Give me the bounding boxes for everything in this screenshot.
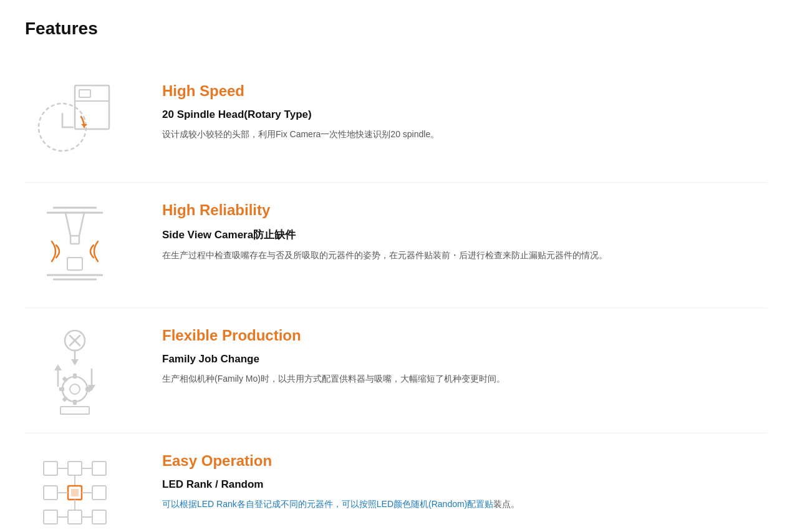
- feature-subtitle-high-speed: 20 Spindle Head(Rotary Type): [162, 109, 767, 121]
- svg-rect-48: [92, 510, 106, 524]
- svg-marker-10: [65, 213, 84, 236]
- feature-subtitle-flexible-production: Family Job Change: [162, 353, 767, 365]
- feature-desc-flexible-production: 生产相似机种(Family Mo)时，以共用方式配置供料器与吸嘴，大幅缩短了机种…: [162, 372, 767, 387]
- feature-title-easy-operation: Easy Operation: [162, 452, 767, 470]
- feature-desc-high-speed: 设计成较小较轻的头部，利用Fix Camera一次性地快速识别20 spindl…: [162, 127, 767, 142]
- svg-rect-39: [92, 462, 106, 475]
- svg-rect-0: [75, 85, 109, 129]
- svg-rect-47: [68, 510, 82, 524]
- feature-item-high-reliability: High Reliability Side View Camera防止缺件 在生…: [25, 183, 767, 308]
- svg-rect-29: [73, 400, 77, 405]
- svg-rect-35: [62, 396, 68, 402]
- svg-rect-44: [71, 489, 79, 496]
- feature-title-high-speed: High Speed: [162, 82, 767, 100]
- feature-subtitle-high-reliability: Side View Camera防止缺件: [162, 228, 767, 242]
- feature-title-flexible-production: Flexible Production: [162, 327, 767, 344]
- feature-content-high-speed: High Speed 20 Spindle Head(Rotary Type) …: [162, 82, 767, 142]
- svg-rect-28: [73, 374, 77, 379]
- svg-rect-46: [44, 510, 57, 524]
- feature-content-high-reliability: High Reliability Side View Camera防止缺件 在生…: [162, 201, 767, 263]
- feature-item-easy-operation: Easy Operation LED Rank / Random 可以根据LED…: [25, 433, 767, 532]
- svg-marker-23: [54, 364, 62, 370]
- feature-desc-high-reliability: 在生产过程中检查吸嘴存在与否及所吸取的元器件的姿势，在元器件贴装前・后进行检查来…: [162, 248, 767, 263]
- svg-rect-34: [62, 376, 68, 382]
- reliability-icon: [25, 201, 125, 289]
- svg-rect-14: [67, 258, 82, 270]
- features-list: High Speed 20 Spindle Head(Rotary Type) …: [25, 64, 767, 532]
- feature-desc-easy-operation: 可以根据LED Rank各自登记成不同的元器件，可以按照LED颜色随机(Rand…: [162, 497, 767, 512]
- svg-marker-21: [71, 359, 79, 365]
- page-title: Features: [25, 19, 767, 39]
- feature-content-easy-operation: Easy Operation LED Rank / Random 可以根据LED…: [162, 452, 767, 512]
- svg-rect-37: [44, 462, 57, 475]
- svg-rect-1: [79, 90, 90, 97]
- svg-rect-53: [44, 486, 57, 500]
- svg-rect-36: [60, 407, 89, 414]
- svg-rect-31: [59, 387, 64, 391]
- flexible-icon: [25, 327, 125, 414]
- svg-point-27: [70, 384, 80, 394]
- feature-item-high-speed: High Speed 20 Spindle Head(Rotary Type) …: [25, 64, 767, 183]
- feature-item-flexible-production: Flexible Production Family Job Change 生产…: [25, 308, 767, 433]
- feature-title-high-reliability: High Reliability: [162, 201, 767, 219]
- svg-rect-38: [68, 462, 82, 475]
- speed-icon: [25, 82, 125, 163]
- feature-subtitle-easy-operation: LED Rank / Random: [162, 478, 767, 491]
- easy-icon: [25, 452, 125, 532]
- feature-content-flexible-production: Flexible Production Family Job Change 生产…: [162, 327, 767, 387]
- svg-rect-54: [92, 486, 106, 500]
